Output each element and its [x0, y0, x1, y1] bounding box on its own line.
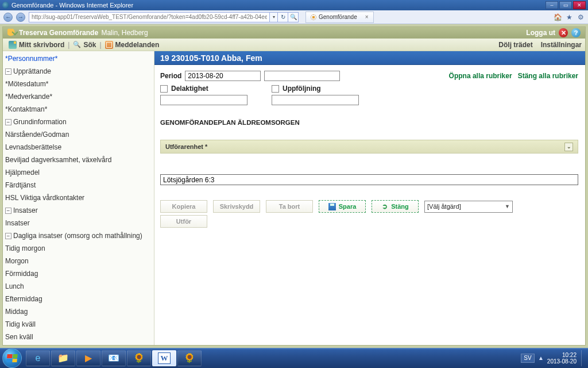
- maximize-button[interactable]: ▭: [559, 1, 572, 9]
- minimize-button[interactable]: –: [546, 1, 558, 9]
- browser-search-button[interactable]: 🔍: [288, 12, 299, 22]
- delaktighet-input[interactable]: [160, 95, 247, 105]
- utfor-button[interactable]: Utför: [160, 215, 207, 228]
- tree-item[interactable]: Insatser: [5, 217, 154, 229]
- collapse-icon[interactable]: −: [5, 208, 11, 214]
- app-header: Treserva Genomförande Malin, Hedberg Log…: [3, 27, 585, 39]
- tree-item[interactable]: Hjälpmedel: [5, 166, 154, 179]
- clock-time: 10:22: [547, 352, 577, 358]
- toolbar-desktop[interactable]: Mitt skrivbord: [6, 41, 67, 49]
- taskbar: e W SV ▲ 10:22 2013-08-20: [0, 348, 588, 368]
- address-input[interactable]: [29, 12, 270, 22]
- collapse-icon[interactable]: −: [5, 68, 11, 75]
- hide-tree-link[interactable]: Dölj trädet: [498, 41, 532, 49]
- address-dropdown[interactable]: ▾: [270, 12, 278, 22]
- refresh-button[interactable]: ↻: [278, 12, 288, 22]
- tree-item[interactable]: Sen kväll: [5, 331, 154, 343]
- tree-item[interactable]: Lunch: [5, 280, 154, 293]
- tree-grundinformation[interactable]: − Grundinformation: [5, 116, 154, 128]
- kopiera-button[interactable]: Kopiera: [160, 200, 207, 213]
- tree-item[interactable]: *Medverkande*: [5, 90, 154, 103]
- tree-item[interactable]: Tidig morgon: [5, 242, 154, 255]
- tree-item[interactable]: Levnadsberättelse: [5, 141, 154, 154]
- action-select[interactable]: [Välj åtgärd] ▼: [424, 201, 513, 213]
- close-all-link[interactable]: Stäng alla rubriker: [518, 72, 578, 80]
- tree-item[interactable]: *Kontaktman*: [5, 103, 154, 116]
- uppfoljning-label: Uppföljning: [283, 85, 321, 93]
- taskbar-outlook[interactable]: [102, 350, 126, 366]
- chevron-down-icon[interactable]: ⌄: [564, 143, 573, 151]
- tray-overflow-icon[interactable]: ▲: [538, 355, 544, 361]
- favorites-icon[interactable]: ★: [565, 13, 573, 21]
- uppfoljning-checkbox[interactable]: [272, 85, 279, 93]
- collapse-icon[interactable]: −: [5, 119, 11, 125]
- uppfoljning-input[interactable]: [272, 95, 359, 105]
- address-bar: ▾ ↻ 🔍: [29, 12, 299, 22]
- taskbar-ie[interactable]: e: [26, 350, 50, 366]
- tree-item[interactable]: HSL Viktiga vårdkontakter: [5, 191, 154, 204]
- app-brand: Treserva Genomförande: [19, 29, 98, 37]
- tabort-button[interactable]: Ta bort: [266, 200, 313, 213]
- close-arrow-icon: ➲: [381, 203, 388, 210]
- action-select-value: [Välj åtgärd]: [427, 203, 461, 210]
- tree-item[interactable]: *Mötesdatum*: [5, 78, 154, 90]
- tree-item[interactable]: Beviljad dagverksamhet, växelvård: [5, 154, 154, 166]
- window-close-button[interactable]: ✕: [573, 1, 586, 9]
- unit-input[interactable]: [160, 174, 578, 185]
- logout-label: Logga ut: [526, 29, 555, 37]
- clock-date: 2013-08-20: [547, 358, 577, 365]
- delaktighet-checkbox[interactable]: [160, 85, 168, 93]
- patient-id-name: 19 230105-T010 Abba, Fem: [160, 53, 262, 63]
- taskbar-explorer[interactable]: [51, 350, 75, 366]
- collapse-icon[interactable]: −: [5, 233, 11, 239]
- open-all-link[interactable]: Öppna alla rubriker: [449, 72, 512, 80]
- window-titlebar: Genomförande - Windows Internet Explorer…: [0, 0, 588, 10]
- tree-item[interactable]: Förmiddag: [5, 267, 154, 280]
- tab-close-icon[interactable]: ×: [365, 14, 369, 20]
- app-toolbar: Mitt skrivbord | Sök | Meddelanden Dölj …: [3, 39, 585, 51]
- taskbar-photo2[interactable]: [177, 350, 202, 366]
- taskbar-photo[interactable]: [127, 350, 151, 366]
- logout-button[interactable]: Logga ut ✕: [526, 28, 568, 37]
- tree-item[interactable]: Tidig kväll: [5, 318, 154, 331]
- tree-personnummer[interactable]: *Personnummer*: [5, 52, 154, 65]
- save-icon: [328, 203, 336, 210]
- help-icon[interactable]: ?: [571, 28, 581, 37]
- delaktighet-label: Delaktighet: [171, 85, 208, 93]
- tree-insatser[interactable]: − Insatser: [5, 204, 154, 217]
- language-indicator[interactable]: SV: [521, 354, 535, 363]
- accordion-utforarenhet[interactable]: Utförarenhet * ⌄: [160, 140, 578, 154]
- tree-item[interactable]: Färdtjänst: [5, 179, 154, 191]
- tree-item[interactable]: Middag: [5, 305, 154, 318]
- toolbar-search[interactable]: Sök: [71, 41, 98, 49]
- tree-upprattande[interactable]: − Upprättande: [5, 65, 154, 78]
- tree-item[interactable]: Närstående/Godman: [5, 128, 154, 141]
- tree-item[interactable]: Eftermiddag: [5, 293, 154, 305]
- nav-back-button[interactable]: ←: [3, 13, 13, 22]
- period-from-input[interactable]: [185, 71, 261, 81]
- period-label: Period: [160, 72, 181, 80]
- stang-button[interactable]: ➲ Stäng: [372, 200, 419, 213]
- start-button[interactable]: [2, 348, 22, 368]
- navigation-tree[interactable]: *Personnummer* − Upprättande *Mötesdatum…: [3, 51, 154, 345]
- taskbar-mediaplayer[interactable]: [76, 350, 100, 366]
- taskbar-word[interactable]: W: [152, 350, 176, 366]
- tree-item[interactable]: Morgon: [5, 255, 154, 267]
- nav-forward-button[interactable]: →: [16, 13, 25, 22]
- browser-toolbar: ← → ▾ ↻ 🔍 Genomförande × 🏠 ★ ⚙: [0, 10, 588, 24]
- skrivskydd-button[interactable]: Skrivskydd: [213, 200, 260, 213]
- search-icon: [73, 41, 81, 49]
- home-icon[interactable]: 🏠: [554, 13, 562, 21]
- toolbar-messages[interactable]: Meddelanden: [103, 41, 162, 49]
- ie-icon: [2, 2, 9, 9]
- tools-icon[interactable]: ⚙: [577, 13, 585, 21]
- tree-dagliga[interactable]: − Dagliga insatser (omsorg och mathållni…: [5, 229, 154, 242]
- browser-tab[interactable]: Genomförande ×: [305, 12, 374, 23]
- clock[interactable]: 10:22 2013-08-20: [547, 352, 577, 365]
- spara-button[interactable]: Spara: [319, 200, 366, 213]
- period-to-input[interactable]: [264, 71, 340, 81]
- app-logo-icon: [7, 29, 16, 37]
- settings-link[interactable]: Inställningar: [541, 41, 582, 49]
- show-desktop-button[interactable]: [581, 350, 586, 366]
- tab-label: Genomförande: [319, 14, 357, 20]
